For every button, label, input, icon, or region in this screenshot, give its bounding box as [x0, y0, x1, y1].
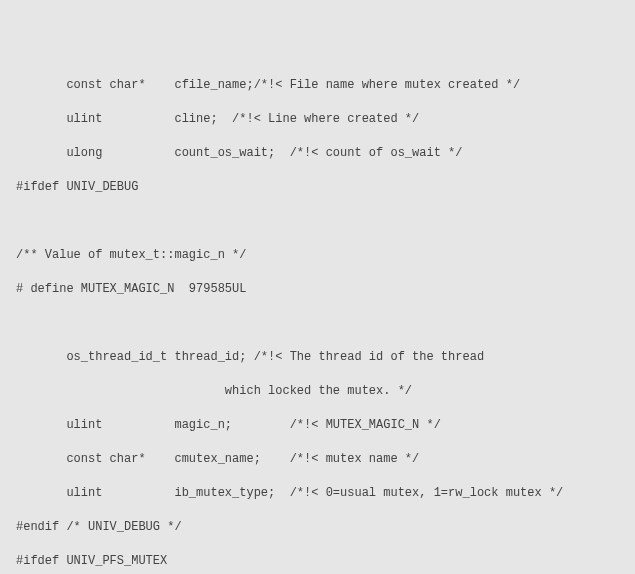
code-line: [16, 468, 619, 485]
code-line: [16, 264, 619, 281]
code-line: #endif /* UNIV_DEBUG */: [16, 519, 619, 536]
code-line: [16, 315, 619, 332]
code-line: # define MUTEX_MAGIC_N 979585UL: [16, 281, 619, 298]
code-line: which locked the mutex. */: [16, 383, 619, 400]
code-line: ulint cline; /*!< Line where created */: [16, 111, 619, 128]
code-line: ulong count_os_wait; /*!< count of os_wa…: [16, 145, 619, 162]
code-line: [16, 536, 619, 553]
code-line: [16, 570, 619, 574]
code-line: [16, 128, 619, 145]
code-line: [16, 230, 619, 247]
code-line: [16, 298, 619, 315]
code-line: [16, 502, 619, 519]
code-line: [16, 162, 619, 179]
code-line: ulint ib_mutex_type; /*!< 0=usual mutex,…: [16, 485, 619, 502]
code-line: [16, 213, 619, 230]
code-line: /** Value of mutex_t::magic_n */: [16, 247, 619, 264]
code-line: [16, 366, 619, 383]
code-line: os_thread_id_t thread_id; /*!< The threa…: [16, 349, 619, 366]
code-line: ulint magic_n; /*!< MUTEX_MAGIC_N */: [16, 417, 619, 434]
code-line: const char* cmutex_name; /*!< mutex name…: [16, 451, 619, 468]
code-block: const char* cfile_name;/*!< File name wh…: [16, 77, 619, 574]
code-line: #ifdef UNIV_DEBUG: [16, 179, 619, 196]
code-line: const char* cfile_name;/*!< File name wh…: [16, 77, 619, 94]
code-line: [16, 434, 619, 451]
code-line: [16, 400, 619, 417]
code-line: #ifdef UNIV_PFS_MUTEX: [16, 553, 619, 570]
code-line: [16, 332, 619, 349]
code-line: [16, 196, 619, 213]
code-line: [16, 94, 619, 111]
